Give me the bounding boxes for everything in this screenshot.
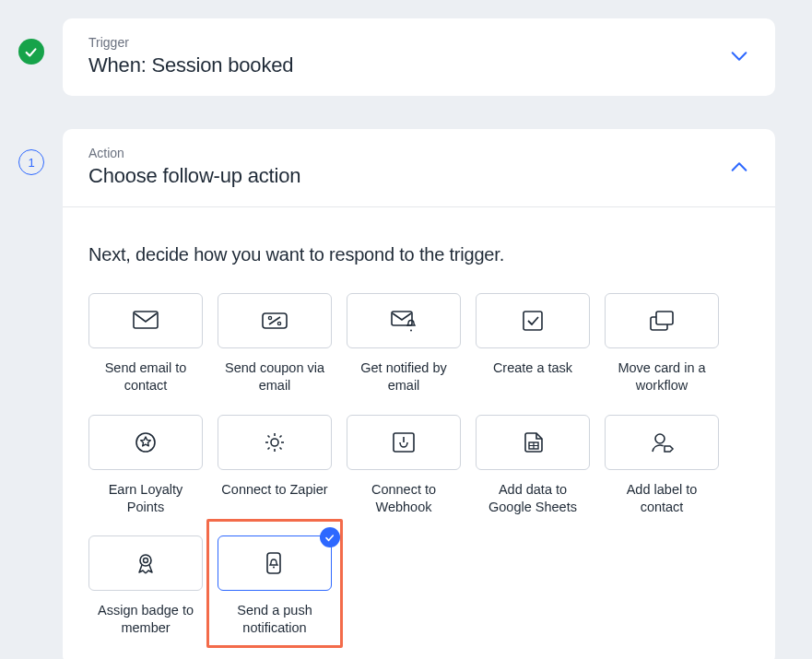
chevron-down-icon[interactable] (729, 46, 749, 66)
action-meta-label: Action (88, 146, 300, 160)
action-option-push-notification: Send a push notification (218, 535, 332, 637)
action-option-grid: Send email to contactSend coupon via ema… (88, 293, 749, 637)
trigger-title: When: Session booked (88, 53, 293, 77)
stack-cards-icon (648, 309, 676, 333)
action-option-send-coupon: Send coupon via email (218, 293, 332, 394)
action-option-tile-add-label[interactable] (605, 415, 719, 470)
action-option-label: Send coupon via email (218, 359, 332, 394)
action-option-label: Add data to Google Sheets (476, 481, 590, 516)
action-option-add-label: Add label to contact (605, 415, 719, 516)
action-option-label: Assign badge to member (88, 602, 203, 637)
action-option-tile-move-card[interactable] (605, 293, 719, 348)
action-option-assign-badge: Assign badge to member (88, 535, 203, 637)
action-option-label: Connect to Webhook (347, 481, 461, 516)
action-option-label: Send email to contact (88, 359, 203, 394)
action-option-move-card: Move card in a workflow (605, 293, 719, 394)
coupon-icon (261, 309, 288, 333)
action-option-label: Create a task (493, 359, 572, 377)
action-prompt: Next, decide how you want to respond to … (88, 244, 749, 265)
check-icon (324, 532, 335, 543)
action-option-label: Add label to contact (605, 481, 719, 516)
sheets-icon (519, 430, 547, 454)
action-option-create-task: Create a task (476, 293, 590, 394)
action-card-header[interactable]: Action Choose follow-up action (63, 129, 775, 206)
action-option-add-sheets: Add data to Google Sheets (476, 415, 590, 516)
action-option-tile-connect-webhook[interactable] (347, 415, 461, 470)
trigger-step-row: Trigger When: Session booked (18, 7, 775, 96)
action-option-tile-push-notification[interactable] (218, 535, 332, 591)
action-option-tile-get-notified[interactable] (347, 293, 461, 348)
action-option-label: Connect to Zapier (221, 481, 327, 499)
action-option-label: Get notified by email (347, 359, 461, 394)
action-option-earn-loyalty: Earn Loyalty Points (88, 415, 203, 516)
contact-tag-icon (648, 430, 676, 454)
step-number-badge: 1 (18, 149, 44, 175)
action-option-label: Send a push notification (218, 602, 332, 637)
star-circle-icon (132, 430, 159, 454)
envelope-icon (132, 309, 159, 333)
check-icon (24, 44, 39, 59)
action-option-tile-send-email[interactable] (88, 293, 203, 348)
action-step-row: 1 Action Choose follow-up action Next, d… (18, 129, 775, 659)
selected-check-badge (320, 527, 340, 547)
phone-bell-icon (261, 551, 288, 575)
action-option-send-email: Send email to contact (88, 293, 203, 394)
action-title: Choose follow-up action (88, 164, 300, 188)
envelope-bell-icon (390, 309, 418, 333)
checkbox-icon (519, 309, 547, 333)
action-option-tile-earn-loyalty[interactable] (88, 415, 203, 470)
action-option-tile-send-coupon[interactable] (218, 293, 332, 348)
ribbon-icon (132, 551, 159, 575)
trigger-card-header[interactable]: Trigger When: Session booked (63, 18, 775, 96)
action-option-label: Move card in a workflow (605, 359, 719, 394)
step-number: 1 (28, 156, 34, 170)
webhook-icon (390, 430, 418, 454)
action-option-tile-assign-badge[interactable] (88, 535, 203, 591)
action-option-tile-add-sheets[interactable] (476, 415, 590, 470)
action-option-tile-connect-zapier[interactable] (218, 415, 332, 470)
action-option-connect-zapier: Connect to Zapier (218, 415, 332, 516)
trigger-card: Trigger When: Session booked (63, 18, 775, 96)
trigger-meta-label: Trigger (88, 35, 293, 50)
step-complete-badge (18, 39, 44, 65)
action-option-tile-create-task[interactable] (476, 293, 590, 348)
action-option-get-notified: Get notified by email (347, 293, 461, 394)
gear-icon (261, 430, 288, 454)
action-body: Next, decide how you want to respond to … (63, 206, 775, 659)
action-option-label: Earn Loyalty Points (88, 481, 203, 516)
chevron-up-icon[interactable] (729, 157, 749, 177)
action-card: Action Choose follow-up action Next, dec… (63, 129, 775, 659)
action-option-connect-webhook: Connect to Webhook (347, 415, 461, 516)
